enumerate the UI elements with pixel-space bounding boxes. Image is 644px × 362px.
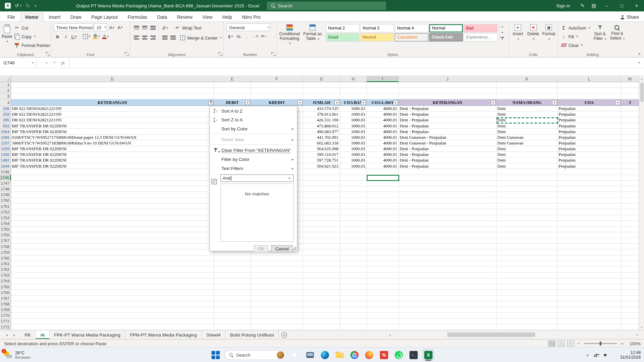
cell-I1756[interactable] — [367, 232, 399, 238]
cell-M1771[interactable] — [621, 318, 639, 324]
align-right-button[interactable] — [149, 34, 156, 41]
row-header-1754[interactable]: 1754 — [0, 221, 11, 227]
scroll-up-icon[interactable]: ▴ — [641, 76, 642, 81]
alignment-dialog-launcher[interactable] — [218, 52, 222, 56]
cell-H1751[interactable] — [340, 203, 367, 209]
ribbon-tab-review[interactable]: Review — [172, 13, 198, 21]
cell-H1759[interactable] — [340, 249, 367, 255]
cell-J1766[interactable] — [399, 290, 496, 295]
increase-indent-button[interactable] — [169, 34, 176, 41]
ribbon-tab-view[interactable]: View — [198, 13, 218, 21]
menu-item-sort-z-to-a[interactable]: ZA↓ Sort Z to A — [210, 115, 297, 124]
cell-D1751[interactable] — [11, 203, 214, 209]
cell-M2[interactable] — [621, 88, 639, 94]
ribbon-tab-page-layout[interactable]: Page Layout — [86, 13, 122, 21]
row-header-1746[interactable]: 1746 — [0, 175, 11, 181]
shrink-font-button[interactable]: A▾ — [116, 23, 124, 31]
cell-J1746[interactable] — [399, 175, 496, 181]
style-chip-explanatory[interactable]: Explanatory ... — [464, 33, 497, 41]
filter-button-K[interactable]: ▾ — [552, 100, 557, 105]
cell-G1772[interactable] — [303, 324, 340, 330]
cell-L285[interactable]: Penjualan — [558, 117, 621, 123]
cell-E1768[interactable] — [214, 301, 251, 307]
cell-D259[interactable]: DR 022 DENI/62821221195 — [11, 112, 214, 117]
taskbar-app-whatsapp[interactable] — [393, 349, 405, 361]
cell-D1747[interactable] — [11, 181, 214, 186]
cell-G1761[interactable] — [303, 261, 340, 267]
cell-K1764[interactable] — [496, 278, 557, 284]
taskbar-app-edge[interactable] — [319, 349, 330, 361]
cell-M1482[interactable] — [621, 158, 639, 163]
cell-G1064[interactable]: 496.683.977 — [303, 129, 340, 134]
cell-M1760[interactable] — [621, 255, 639, 261]
cell-I285[interactable]: 4000.01 — [367, 117, 399, 123]
bold-button[interactable]: B — [54, 33, 61, 40]
scroll-right-icon[interactable]: ▸ — [637, 332, 638, 338]
page-layout-view-button[interactable] — [558, 341, 565, 346]
cell-K2[interactable] — [496, 88, 557, 94]
cell-J1771[interactable] — [399, 318, 496, 324]
cell-M1758[interactable] — [621, 244, 639, 249]
cell-L2[interactable] — [558, 88, 621, 94]
cell-G1759[interactable] — [303, 249, 340, 255]
cell-D1336[interactable]: BIF TRANSFER DR 022DENI — [11, 152, 214, 158]
ribbon-tab-help[interactable]: Help — [217, 13, 237, 21]
cell-F1770[interactable] — [251, 313, 303, 318]
cell-I552[interactable]: 4000.01 — [367, 123, 399, 129]
header-cell-F4[interactable]: KREDIT▾ — [251, 99, 303, 106]
cell-L226[interactable]: Penjualan — [558, 106, 621, 112]
cell-J1[interactable] — [399, 82, 496, 88]
cell-M259[interactable] — [621, 112, 639, 117]
taskbar-app-firefox[interactable] — [364, 349, 375, 361]
cell-K1761[interactable] — [496, 261, 557, 267]
cell-J2[interactable] — [399, 88, 496, 94]
cell-H1770[interactable] — [340, 313, 367, 318]
menu-item-sheet-view[interactable]: Sheet View ▸ — [210, 135, 297, 144]
redo-button[interactable]: ↻ — [26, 3, 30, 9]
sheet-tab-rk[interactable]: RK — [20, 330, 36, 339]
cell-D1299[interactable]: BIF TRANSFER DR 022DENI — [11, 146, 214, 152]
clear-button[interactable]: Clear▾ — [559, 41, 591, 49]
cell-L3[interactable] — [558, 94, 621, 99]
cell-L1762[interactable] — [558, 267, 621, 273]
cell-L1749[interactable] — [558, 192, 621, 198]
column-header-E[interactable]: E — [214, 76, 251, 82]
cell-M1754[interactable] — [621, 221, 639, 227]
row-header-1771[interactable]: 1771 — [0, 318, 11, 324]
cell-G1763[interactable] — [303, 273, 340, 278]
cell-J1750[interactable] — [399, 198, 496, 203]
row-header-1758[interactable]: 1758 — [0, 244, 11, 249]
cell-I1770[interactable] — [367, 313, 399, 318]
cell-F1765[interactable] — [251, 284, 303, 290]
bottom-align-button[interactable] — [149, 24, 156, 32]
taskbar-clock[interactable]: 12:48 31/01/2026 — [620, 350, 641, 360]
cell-K1762[interactable] — [496, 267, 557, 273]
cell-M1750[interactable] — [621, 198, 639, 203]
cell-K1747[interactable] — [496, 181, 557, 186]
wrap-text-button[interactable]: ↩Wrap Text — [173, 23, 203, 32]
cell-F1766[interactable] — [251, 290, 303, 295]
delete-cells-button[interactable]: × Delete▾ — [526, 23, 541, 41]
minimize-button[interactable]: – — [600, 0, 614, 11]
cell-D1757[interactable] — [11, 238, 214, 244]
column-header-M[interactable]: M — [621, 76, 639, 82]
cell-D1772[interactable] — [11, 324, 214, 330]
cell-G2[interactable] — [303, 88, 340, 94]
merge-center-button[interactable]: Merge & Center▾ — [178, 33, 223, 42]
filter-button-H[interactable]: ▾ — [361, 100, 366, 105]
cell-G1754[interactable] — [303, 221, 340, 227]
cell-K1096[interactable]: Deni Gunawan — [496, 135, 557, 140]
cell-G226[interactable]: 433.574.535 — [303, 106, 340, 112]
fill-button[interactable]: ↓Fill▾ — [559, 32, 591, 41]
header-cell-I4[interactable]: COA LAWA▾ — [367, 99, 399, 106]
cell-H1768[interactable] — [340, 301, 367, 307]
cell-F1763[interactable] — [251, 273, 303, 278]
cell-F1764[interactable] — [251, 278, 303, 284]
cell-G259[interactable]: 378.013.061 — [303, 112, 340, 117]
cell-L1748[interactable] — [558, 186, 621, 192]
cell-J1336[interactable]: Deni - Penjualan — [399, 152, 496, 158]
row-header-1064[interactable]: 1064 — [0, 129, 11, 134]
customize-quick-access-button[interactable]: ▾ — [34, 4, 36, 7]
row-header-1482[interactable]: 1482 — [0, 158, 11, 163]
column-header-K[interactable]: K — [496, 76, 557, 82]
